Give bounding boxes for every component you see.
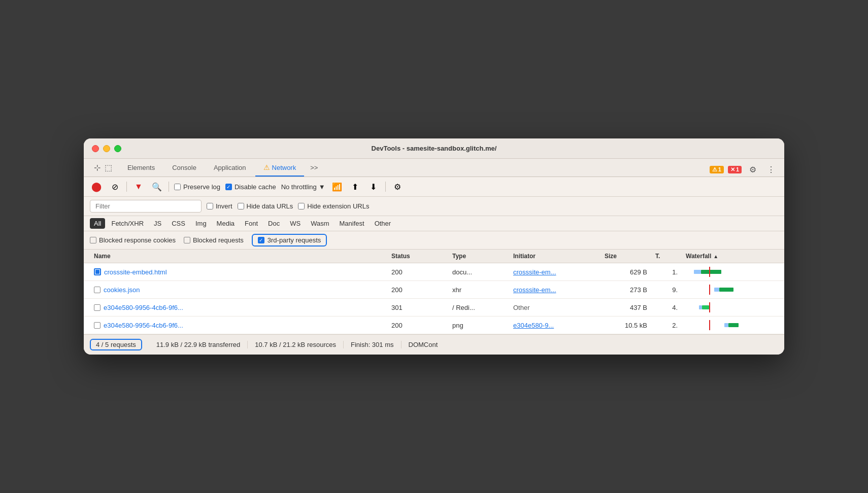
throttle-select[interactable]: No throttling ▼ — [281, 183, 325, 191]
row1-waterfall — [682, 263, 763, 280]
table-row[interactable]: e304e580-9956-4cb6-9f6... 301 / Redi... … — [84, 299, 784, 316]
waterfall-bar-1 — [684, 267, 750, 277]
minimize-button[interactable] — [103, 145, 110, 152]
row3-initiator: Other — [509, 300, 600, 315]
wf-waiting-1 — [694, 270, 701, 274]
maximize-button[interactable] — [114, 145, 121, 152]
hide-data-urls-input[interactable] — [238, 203, 244, 209]
more-options-icon[interactable]: ⋮ — [764, 162, 778, 177]
settings-icon[interactable]: ⚙ — [746, 162, 760, 177]
doc-icon — [94, 268, 101, 275]
filter-input[interactable] — [90, 200, 202, 213]
tab-application[interactable]: Application — [206, 160, 254, 177]
tab-bar: ⊹ ⬚ Elements Console Application ⚠ Netwo… — [84, 159, 784, 177]
stop-recording-button[interactable]: ⬤ — [90, 180, 103, 193]
row2-status: 200 — [387, 283, 448, 297]
separator-2 — [169, 182, 169, 192]
network-warning-icon: ⚠ — [263, 163, 270, 171]
row4-checkbox-icon — [94, 322, 101, 329]
disable-cache-checked: ✓ — [225, 184, 232, 190]
type-fetch-xhr-button[interactable]: Fetch/XHR — [107, 218, 148, 229]
chevron-down-icon: ▼ — [319, 183, 325, 191]
hide-extension-urls-input[interactable] — [298, 203, 305, 209]
row3-name: e304e580-9956-4cb6-9f6... — [90, 300, 387, 315]
error-badge: ✕ 1 — [728, 166, 742, 173]
warning-icon: ⚠ — [712, 166, 717, 173]
close-button[interactable] — [92, 145, 99, 152]
invert-checkbox[interactable]: Invert — [207, 202, 232, 210]
type-manifest-button[interactable]: Manifest — [335, 218, 368, 229]
row1-initiator[interactable]: crosssite-em... — [509, 265, 600, 279]
preserve-log-checkbox[interactable]: Preserve log — [174, 183, 220, 191]
table-header: Name Status Type Initiator Size T. Water… — [84, 250, 784, 263]
th-status[interactable]: Status — [387, 250, 448, 263]
row2-initiator[interactable]: crosssite-em... — [509, 283, 600, 297]
row1-extra — [763, 268, 778, 275]
th-waterfall[interactable]: Waterfall ▲ — [682, 250, 763, 263]
third-party-requests-checkbox[interactable]: ✓ 3rd-party requests — [252, 234, 327, 246]
third-party-checked-icon: ✓ — [258, 237, 264, 243]
separator-1 — [126, 182, 127, 192]
tab-more[interactable]: >> — [305, 160, 323, 177]
type-ws-button[interactable]: WS — [286, 218, 305, 229]
tab-network[interactable]: ⚠ Network — [255, 159, 305, 177]
row3-waterfall — [682, 299, 763, 316]
row2-name: cookies.json — [90, 283, 387, 297]
wf-waiting-4 — [724, 323, 728, 327]
row3-extra — [763, 304, 778, 311]
row1-time: 1. — [651, 265, 682, 279]
separator-3 — [385, 182, 386, 192]
blocked-response-cookies-checkbox[interactable]: Blocked response cookies — [90, 236, 176, 244]
type-font-button[interactable]: Font — [241, 218, 262, 229]
wf-red-line-1 — [709, 267, 710, 277]
invert-input[interactable] — [207, 203, 213, 209]
type-js-button[interactable]: JS — [150, 218, 165, 229]
type-other-button[interactable]: Other — [371, 218, 395, 229]
th-initiator[interactable]: Initiator — [509, 250, 600, 263]
search-icon[interactable]: 🔍 — [150, 180, 163, 193]
cursor-icon[interactable]: ⊹ — [94, 163, 101, 172]
type-doc-button[interactable]: Doc — [264, 218, 284, 229]
type-all-button[interactable]: All — [90, 218, 105, 229]
status-finish: Finish: 301 ms — [344, 341, 402, 348]
row1-name: crosssite-embed.html — [90, 265, 387, 279]
filter-icon[interactable]: ▼ — [132, 180, 145, 193]
type-img-button[interactable]: Img — [191, 218, 211, 229]
row4-initiator[interactable]: e304e580-9... — [509, 318, 600, 333]
tab-icons: ⚠ 1 ✕ 1 ⚙ ⋮ — [710, 162, 778, 177]
blocked-requests-checkbox[interactable]: Blocked requests — [184, 236, 244, 244]
filter-bar: Invert Hide data URLs Hide extension URL… — [84, 197, 784, 216]
type-wasm-button[interactable]: Wasm — [307, 218, 333, 229]
blocked-response-cookies-icon — [90, 237, 96, 243]
settings-icon-2[interactable]: ⚙ — [391, 180, 404, 193]
row4-type: png — [448, 318, 509, 333]
table-row[interactable]: e304e580-9956-4cb6-9f6... 200 png e304e5… — [84, 316, 784, 334]
disable-cache-checkbox[interactable]: ✓ Disable cache — [225, 183, 276, 191]
row2-time: 9. — [651, 283, 682, 297]
blocked-requests-icon — [184, 237, 190, 243]
hide-data-urls-checkbox[interactable]: Hide data URLs — [238, 202, 293, 210]
wifi-icon[interactable]: 📶 — [330, 180, 344, 193]
traffic-lights — [92, 145, 121, 152]
table-row[interactable]: crosssite-embed.html 200 docu... crosssi… — [84, 263, 784, 281]
type-css-button[interactable]: CSS — [168, 218, 189, 229]
hide-extension-urls-checkbox[interactable]: Hide extension URLs — [298, 202, 369, 210]
wf-red-line-2 — [709, 285, 710, 295]
row3-type: / Redi... — [448, 300, 509, 315]
th-type[interactable]: Type — [448, 250, 509, 263]
device-icon[interactable]: ⬚ — [105, 163, 112, 172]
th-size[interactable]: Size — [600, 250, 651, 263]
tab-console[interactable]: Console — [164, 160, 205, 177]
table-row[interactable]: cookies.json 200 xhr crosssite-em... 273… — [84, 281, 784, 299]
preserve-log-input[interactable] — [174, 184, 181, 190]
clear-button[interactable]: ⊘ — [108, 180, 121, 193]
download-icon[interactable]: ⬇ — [367, 180, 380, 193]
type-media-button[interactable]: Media — [213, 218, 239, 229]
th-name[interactable]: Name — [90, 250, 387, 263]
th-time[interactable]: T. — [651, 250, 682, 263]
status-resources: 10.7 kB / 21.2 kB resources — [248, 341, 344, 348]
tab-elements[interactable]: Elements — [119, 160, 163, 177]
row3-checkbox-icon — [94, 304, 101, 311]
upload-icon[interactable]: ⬆ — [349, 180, 362, 193]
wf-receiving-4 — [728, 323, 739, 327]
